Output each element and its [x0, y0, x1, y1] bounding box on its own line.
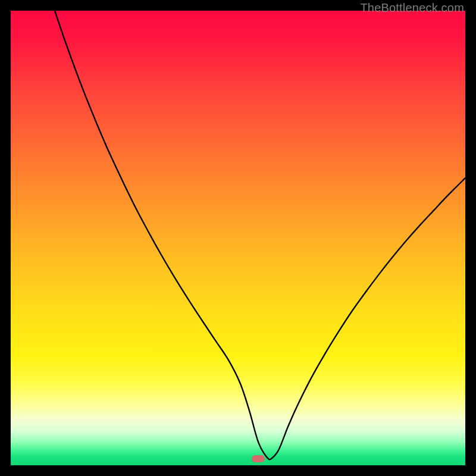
- bottleneck-curve: [11, 11, 465, 465]
- plot-area: [11, 11, 465, 465]
- chart-frame: TheBottleneck.com: [0, 0, 476, 476]
- watermark-text: TheBottleneck.com: [360, 1, 464, 15]
- min-marker-icon: [252, 455, 265, 462]
